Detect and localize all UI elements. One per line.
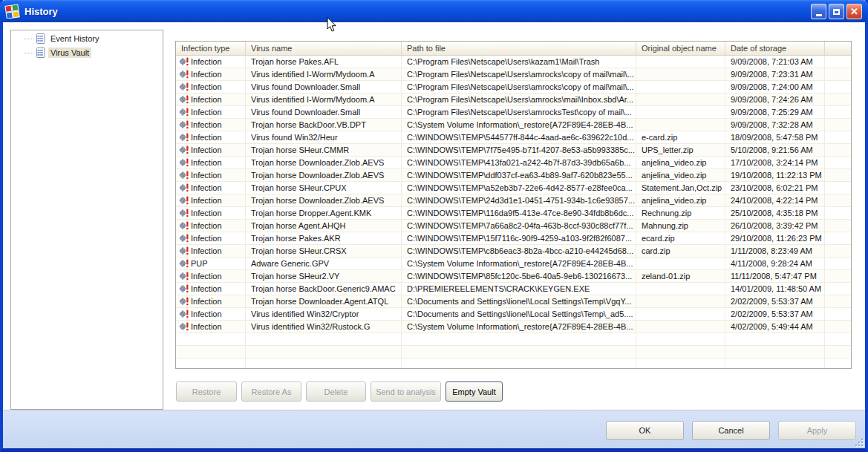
table-row[interactable]: InfectionVirus found Downloader.SmallC:\… [176,106,851,119]
cell-virus: Trojan horse SHeur.CPUX [246,182,402,194]
cell-virus: Virus identified Win32/Rustock.G [246,321,402,333]
table-row[interactable]: InfectionVirus identified I-Worm/Mydoom.… [176,68,851,81]
tree-item-virus-vault[interactable]: Virus Vault [25,46,94,59]
tree-item-event-history[interactable]: Event History [25,32,104,45]
cell-original [636,258,725,269]
cell-filler [825,220,851,232]
column-header-original-object-name[interactable]: Original object name [636,42,725,55]
cell-virus: Trojan horse Downloader.Zlob.AEVS [246,157,402,168]
cell-original: Rechnung.zip [636,207,725,219]
cell-virus: Virus found Downloader.Small [246,106,402,118]
cell-filler [825,333,851,345]
table-row[interactable]: InfectionTrojan horse Agent.AHQHC:\WINDO… [176,220,851,232]
cancel-button[interactable]: Cancel [692,421,770,440]
cell-original [636,283,725,295]
column-header-filler [825,42,851,55]
cell-date: 17/10/2008, 3:24:14 PM [725,157,825,168]
ok-button[interactable]: OK [606,421,684,440]
maximize-button[interactable] [829,4,844,19]
window-title: History [25,6,58,17]
table-row[interactable]: InfectionVirus identified I-Worm/Mydoom.… [176,94,851,106]
empty-row [176,346,851,358]
cell-filler [825,194,851,206]
tree-connector [25,38,33,39]
minimize-button[interactable] [811,4,826,19]
list-icon [34,33,45,44]
cell-date: 5/10/2008, 9:21:56 AM [725,144,825,156]
infection-icon [179,246,189,255]
column-header-path-to-file[interactable]: Path to file [402,42,636,55]
table-row[interactable]: InfectionTrojan horse BackDoor.VB.DPTC:\… [176,119,851,131]
cell-filler [825,232,851,244]
table-row[interactable]: InfectionVirus found Win32/HeurC:\WINDOW… [176,131,851,144]
cell-empty [402,358,636,369]
table-row[interactable]: InfectionTrojan horse Pakes.AKRC:\WINDOW… [176,232,851,245]
cell-path: C:\Program Files\Netscape\Users\amrocksT… [402,106,636,118]
infection-icon [179,171,189,180]
cell-filler [825,283,851,295]
cell-original [636,106,725,118]
cell-empty [725,333,825,345]
cell-filler [825,258,851,269]
virus-vault-table: Infection typeVirus namePath to fileOrig… [175,41,852,369]
cell-original: zeland-01.zip [636,270,725,282]
column-header-virus-name[interactable]: Virus name [246,42,402,55]
column-header-infection-type[interactable]: Infection type [176,42,246,55]
cell-path: C:\WINDOWS\TEMP\413fa021-a242-4b7f-87d3-… [402,157,636,168]
table-row[interactable]: InfectionVirus identified Win32/Rustock.… [176,321,851,333]
restore-as-button[interactable]: Restore As [241,381,301,402]
table-row[interactable]: PUPAdware Generic.GPVC:\System Volume In… [176,258,851,270]
column-header-date-of-storage[interactable]: Date of storage [725,42,825,55]
table-row[interactable]: InfectionVirus identified Win32/CryptorC… [176,308,851,321]
cell-virus: Virus identified Win32/Cryptor [246,308,402,320]
table-row[interactable]: InfectionTrojan horse SHeur.CPUXC:\WINDO… [176,182,851,194]
send-to-analysis-button[interactable]: Send to analysis [371,381,441,402]
cell-empty [636,333,725,345]
table-row[interactable]: InfectionTrojan horse Downloader.Zlob.AE… [176,157,851,169]
table-row[interactable]: InfectionVirus found Downloader.SmallC:\… [176,81,851,94]
cell-virus: Trojan horse Pakes.AFL [246,56,402,68]
cell-path: C:\Program Files\Netscape\Users\amrocks\… [402,68,636,80]
cell-original: ecard.zip [636,232,725,244]
cell-date: 9/09/2008, 7:32:28 AM [725,119,825,131]
cell-original [636,56,725,68]
table-row[interactable]: InfectionTrojan horse SHeur.CRSXC:\WINDO… [176,245,851,258]
cell-path: C:\WINDOWS\TEMP\15f7116c-90f9-4259-a103-… [402,232,636,244]
cell-date: 4/11/2008, 9:28:24 AM [725,258,825,269]
table-row[interactable]: InfectionTrojan horse Dropper.Agent.KMKC… [176,207,851,220]
cell-path: C:\WINDOWS\TEMP\ddf037cf-ea63-4b89-9af7-… [402,169,636,181]
titlebar[interactable]: History ✕ [0,0,868,22]
cell-filler [825,295,851,307]
cell-filler [825,119,851,131]
cell-type: Infection [176,194,246,206]
table-row[interactable]: InfectionTrojan horse SHeur.CMMRC:\WINDO… [176,144,851,157]
cell-type: Infection [176,295,246,307]
cell-filler [825,144,851,156]
table-row[interactable]: InfectionTrojan horse Downloader.Zlob.AE… [176,169,851,182]
resize-grip[interactable] [854,437,864,447]
cell-filler [825,308,851,320]
maximize-icon [833,9,840,15]
cell-type: Infection [176,321,246,333]
infection-icon [179,221,189,230]
cell-virus: Trojan horse SHeur.CMMR [246,144,402,156]
infection-icon [179,133,189,142]
apply-button[interactable]: Apply [778,421,856,440]
cell-virus: Virus identified I-Worm/Mydoom.A [246,68,402,80]
delete-button[interactable]: Delete [306,381,366,402]
cell-filler [825,182,851,194]
cell-date: 9/09/2008, 7:23:31 AM [725,68,825,80]
table-row[interactable]: InfectionTrojan horse SHeur2.VYC:\WINDOW… [176,270,851,283]
cell-type: Infection [176,169,246,181]
table-row[interactable]: InfectionTrojan horse Downloader.Zlob.AE… [176,194,851,207]
close-button[interactable]: ✕ [846,4,862,19]
infection-icon [179,82,189,91]
cell-path: C:\System Volume Information\_restore{A7… [402,119,636,131]
table-row[interactable]: InfectionTrojan horse BackDoor.Generic9.… [176,283,851,295]
table-row[interactable]: InfectionTrojan horse Pakes.AFLC:\Progra… [176,56,851,68]
cell-date: 23/10/2008, 6:02:21 PM [725,182,825,194]
cell-type: Infection [176,245,246,257]
empty-vault-button[interactable]: Empty Vault [446,381,503,402]
restore-button[interactable]: Restore [176,381,237,402]
table-row[interactable]: InfectionTrojan horse Downloader.Agent.A… [176,295,851,308]
